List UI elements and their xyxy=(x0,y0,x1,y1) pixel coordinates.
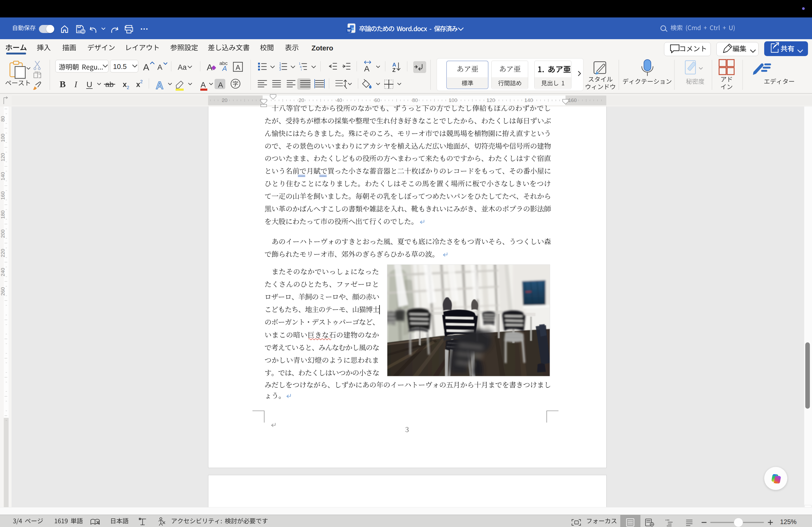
svg-text:x: x xyxy=(136,80,140,89)
svg-text:A: A xyxy=(236,64,240,71)
svg-text:B: B xyxy=(60,79,66,89)
svg-text:3: 3 xyxy=(279,67,281,71)
svg-text:Z: Z xyxy=(392,67,395,73)
svg-text:U: U xyxy=(86,80,92,89)
svg-text:I: I xyxy=(74,79,77,89)
svg-text:2: 2 xyxy=(127,85,129,90)
svg-text:A: A xyxy=(201,80,206,89)
svg-text:A: A xyxy=(156,79,163,91)
svg-text:Aa: Aa xyxy=(178,63,187,71)
svg-text:W: W xyxy=(347,28,351,32)
svg-text:i: i xyxy=(301,68,302,71)
svg-text:A: A xyxy=(143,62,149,72)
svg-text:x: x xyxy=(123,80,127,89)
svg-text:A: A xyxy=(222,64,227,73)
svg-text:A: A xyxy=(218,81,223,89)
svg-text:A: A xyxy=(392,62,396,67)
svg-text:2: 2 xyxy=(140,79,143,84)
svg-text:A: A xyxy=(364,64,369,73)
svg-text:A: A xyxy=(157,63,162,71)
